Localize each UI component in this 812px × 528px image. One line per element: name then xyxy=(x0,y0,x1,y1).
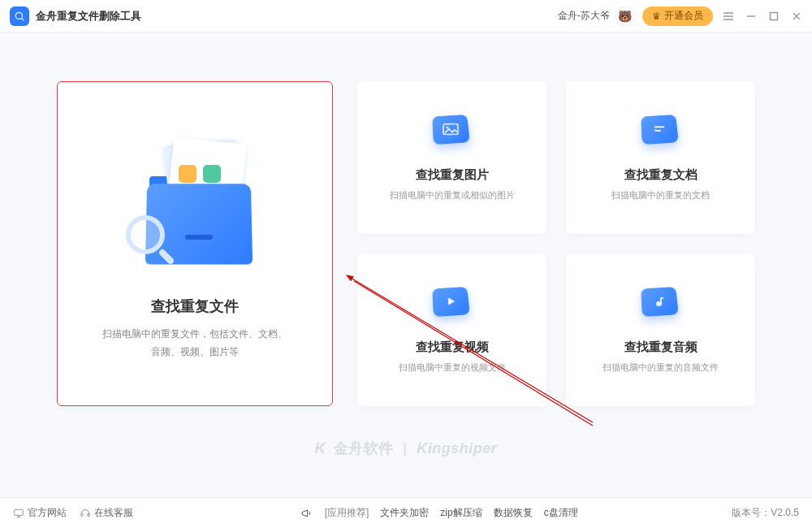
card-desc: 扫描电脑中的重复或相似的图片 xyxy=(390,189,515,201)
rec-item-0[interactable]: 文件夹加密 xyxy=(380,506,429,520)
vip-label: 开通会员 xyxy=(664,9,703,23)
official-site-link[interactable]: 官方网站 xyxy=(13,506,67,520)
svg-rect-6 xyxy=(771,12,778,19)
watermark-left: 金舟软件 xyxy=(334,440,394,457)
headset-icon xyxy=(80,508,91,519)
support-link[interactable]: 在线客服 xyxy=(80,506,133,520)
svg-rect-18 xyxy=(15,509,24,515)
card-find-duplicate-docs[interactable]: 查找重复文档 扫描电脑中的重复的文档 xyxy=(566,81,755,234)
maximize-icon[interactable] xyxy=(768,11,780,22)
image-icon xyxy=(433,114,472,153)
site-label: 官方网站 xyxy=(28,506,67,520)
svg-line-1 xyxy=(21,18,24,20)
support-label: 在线客服 xyxy=(94,506,133,520)
app-logo-icon xyxy=(10,6,29,26)
audio-icon xyxy=(641,286,680,325)
watermark-logo-icon: K xyxy=(315,440,326,457)
rec-item-1[interactable]: zip解压缩 xyxy=(440,506,482,520)
version-value: V2.0.5 xyxy=(771,507,799,518)
footer: 官方网站 在线客服 [应用推荐] 文件夹加密 zip解压缩 数据恢复 c盘清理 … xyxy=(0,497,812,528)
card-title: 查找重复视频 xyxy=(416,340,489,355)
card-title: 查找重复文档 xyxy=(624,167,698,183)
watermark: K 金舟软件 | Kingshiper xyxy=(0,439,812,458)
monitor-icon xyxy=(13,508,24,519)
folder-illustration-icon xyxy=(122,126,268,272)
card-desc: 扫描电脑中重复的视频文件 xyxy=(399,361,506,374)
svg-point-10 xyxy=(446,127,448,129)
close-icon[interactable] xyxy=(791,11,802,22)
rec-item-3[interactable]: c盘清理 xyxy=(544,506,578,520)
rec-label: [应用推荐] xyxy=(325,506,369,520)
crown-icon: ♛ xyxy=(652,11,661,22)
vip-button[interactable]: ♛ 开通会员 xyxy=(642,6,713,26)
avatar[interactable]: 🐻 xyxy=(615,6,634,26)
document-icon xyxy=(641,114,680,153)
watermark-right: Kingshiper xyxy=(417,440,497,457)
titlebar: 金舟重复文件删除工具 金舟-苏大爷 🐻 ♛ 开通会员 xyxy=(0,0,812,32)
menu-icon[interactable] xyxy=(723,11,734,22)
card-title: 查找重复音频 xyxy=(624,340,698,355)
card-find-duplicate-files[interactable]: 查找重复文件 扫描电脑中的重复文件，包括文件、文档、 音频、视频、图片等 xyxy=(57,81,333,406)
card-desc: 扫描电脑中的重复的音频文件 xyxy=(603,361,719,374)
card-desc: 扫描电脑中的重复的文档 xyxy=(611,189,710,201)
card-find-duplicate-audio[interactable]: 查找重复音频 扫描电脑中的重复的音频文件 xyxy=(566,253,755,406)
version-label: 版本号： xyxy=(732,507,771,518)
user-name[interactable]: 金舟-苏大爷 xyxy=(558,9,610,23)
svg-point-0 xyxy=(15,12,22,19)
svg-rect-21 xyxy=(81,513,83,517)
rec-item-2[interactable]: 数据恢复 xyxy=(494,506,533,520)
main-card-title: 查找重复文件 xyxy=(151,296,239,316)
version: 版本号：V2.0.5 xyxy=(732,506,799,520)
card-title: 查找重复图片 xyxy=(416,167,489,183)
main-card-desc: 扫描电脑中的重复文件，包括文件、文档、 音频、视频、图片等 xyxy=(102,326,287,361)
svg-marker-13 xyxy=(447,298,454,305)
card-find-duplicate-videos[interactable]: 查找重复视频 扫描电脑中重复的视频文件 xyxy=(357,253,546,406)
main-card-desc-l1: 扫描电脑中的重复文件，包括文件、文档、 xyxy=(102,326,287,344)
main-card-desc-l2: 音频、视频、图片等 xyxy=(102,344,287,361)
video-icon xyxy=(433,286,472,325)
minimize-icon[interactable] xyxy=(745,11,757,22)
app-title: 金舟重复文件删除工具 xyxy=(36,9,141,24)
card-find-duplicate-images[interactable]: 查找重复图片 扫描电脑中的重复或相似的图片 xyxy=(357,81,546,234)
svg-rect-22 xyxy=(88,513,89,517)
megaphone-icon xyxy=(300,507,313,520)
